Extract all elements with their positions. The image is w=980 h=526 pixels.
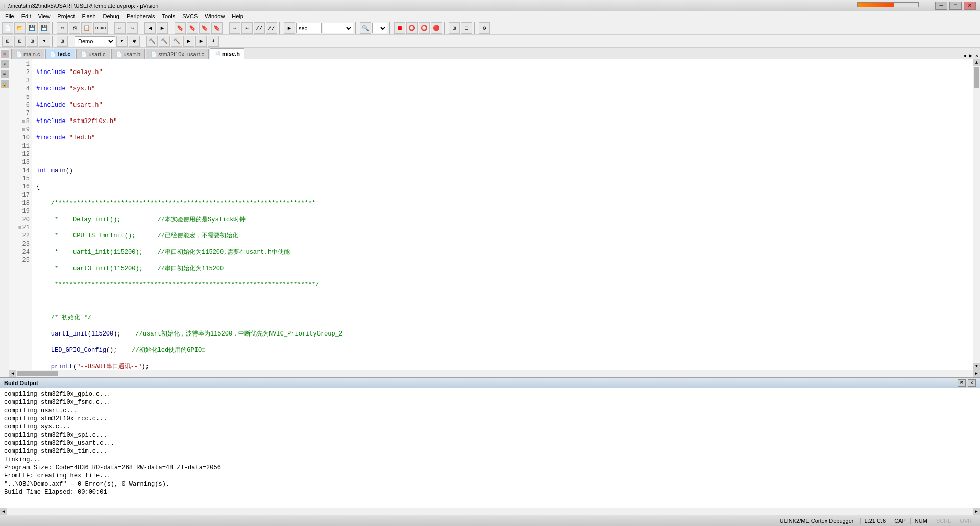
sidebar-x-icon[interactable]: ✕: [1, 50, 9, 58]
menu-debug[interactable]: Debug: [100, 13, 122, 20]
tab-misc-h[interactable]: 📄 misc.h: [210, 48, 244, 59]
tab-close-btn[interactable]: ✕: [974, 53, 980, 59]
tab-usart-c-label: usart.c: [88, 51, 105, 57]
t2-build5-btn[interactable]: ▶: [195, 36, 207, 47]
status-ovr: OVR: [955, 518, 976, 524]
title-buttons[interactable]: ─ □ ✕: [935, 2, 976, 10]
time-unit-combo[interactable]: [323, 23, 353, 33]
fold-21-icon[interactable]: ⊟: [18, 224, 21, 232]
stop-btn[interactable]: ⏹: [394, 22, 405, 34]
display2-btn[interactable]: ⊟: [461, 22, 472, 34]
bookmark2-btn[interactable]: 🔖: [187, 22, 198, 34]
code-content[interactable]: #include "delay.h" #include "sys.h" #inc…: [32, 59, 973, 370]
menu-view[interactable]: View: [35, 13, 54, 20]
build-hscroll-right[interactable]: ▶: [973, 508, 980, 515]
t2-dropdown-btn[interactable]: ▼: [116, 36, 128, 47]
scroll-thumb[interactable]: [974, 67, 979, 88]
circle3-btn[interactable]: 🔴: [431, 22, 442, 34]
tab-usart-h[interactable]: 📄 usart.h: [111, 49, 145, 59]
menu-file[interactable]: File: [2, 13, 17, 20]
hscroll-right-btn[interactable]: ▶: [973, 370, 980, 377]
debug1-btn[interactable]: 🔍: [360, 22, 371, 34]
t2-btn2[interactable]: ⊞: [14, 36, 26, 47]
fold-8-icon[interactable]: ⊟: [22, 117, 24, 126]
menu-window[interactable]: Window: [202, 13, 228, 20]
build-content[interactable]: compiling stm32f10x_gpio.c... compiling …: [0, 388, 980, 508]
t2-btn4[interactable]: ▼: [39, 36, 50, 47]
load-btn[interactable]: LOAD: [93, 22, 108, 34]
sidebar-chevron-left-icon[interactable]: ◂: [1, 60, 9, 68]
close-button[interactable]: ✕: [964, 2, 976, 10]
tab-led-c[interactable]: 📄 led.c: [45, 49, 75, 59]
menu-help[interactable]: Help: [229, 13, 247, 20]
t2-btn3[interactable]: ⊞: [27, 36, 38, 47]
copy-btn[interactable]: ⎘: [69, 22, 80, 34]
editor-hscroll[interactable]: ◀ ▶: [9, 370, 980, 377]
new-file-btn[interactable]: 📄: [2, 22, 13, 34]
build-close-btn[interactable]: ✕: [968, 379, 976, 387]
redo-btn[interactable]: ↪: [127, 22, 138, 34]
t2-build3-btn[interactable]: 🔨: [171, 36, 182, 47]
nav-fwd-btn[interactable]: ▶: [157, 22, 168, 34]
t2-magic-btn[interactable]: ✱: [129, 36, 140, 47]
t2-build4-btn[interactable]: ▶: [183, 36, 194, 47]
tab-main-c[interactable]: 📄 main.c: [11, 49, 44, 59]
cut-btn[interactable]: ✂: [57, 22, 68, 34]
tab-usart-c[interactable]: 📄 usart.c: [76, 49, 110, 59]
unindent-btn[interactable]: ⇤: [241, 22, 253, 34]
t2-download-btn[interactable]: ⬇: [208, 36, 219, 47]
save-all-btn[interactable]: 💾: [39, 22, 50, 34]
project-combo[interactable]: Demo: [75, 36, 115, 46]
tab-scroll-right-btn[interactable]: ▶: [968, 53, 974, 59]
indent-btn[interactable]: ⇥: [229, 22, 240, 34]
display1-btn[interactable]: ⊞: [449, 22, 460, 34]
nav-back-btn[interactable]: ◀: [144, 22, 156, 34]
tab-main-c-icon: 📄: [16, 51, 22, 57]
hscroll-left-btn[interactable]: ◀: [9, 370, 16, 377]
hscroll-thumb[interactable]: [17, 371, 58, 376]
undo-btn[interactable]: ↩: [114, 22, 126, 34]
tab-stm32-c[interactable]: 📄 stm32f10x_usart.c: [146, 49, 209, 59]
menu-svcs[interactable]: SVCS: [179, 13, 201, 20]
sep8: [389, 22, 392, 34]
comment-btn[interactable]: //: [254, 22, 265, 34]
t2-build2-btn[interactable]: 🔨: [159, 36, 170, 47]
bookmark-btn[interactable]: 🔖: [175, 22, 186, 34]
menu-tools[interactable]: Tools: [159, 13, 179, 20]
settings-btn[interactable]: ⚙: [479, 22, 490, 34]
t2-btn1[interactable]: ⊞: [2, 36, 13, 47]
circle1-btn[interactable]: ⭕: [406, 22, 418, 34]
t2-btn5[interactable]: ⊞: [57, 36, 68, 47]
maximize-button[interactable]: □: [949, 2, 962, 10]
sidebar-bracket-icon[interactable]: ≡: [1, 70, 9, 78]
menu-edit[interactable]: Edit: [18, 13, 34, 20]
menu-peripherals[interactable]: Peripherals: [124, 13, 158, 20]
open-btn[interactable]: 📂: [14, 22, 26, 34]
menu-flash[interactable]: Flash: [79, 13, 99, 20]
fold-9-icon[interactable]: ⊟: [22, 126, 24, 134]
minimize-button[interactable]: ─: [935, 2, 947, 10]
run-btn[interactable]: ▶: [284, 22, 295, 34]
build-hscroll[interactable]: ◀ ▶: [0, 508, 980, 515]
sec-input[interactable]: [296, 23, 322, 33]
debug-combo[interactable]: [372, 23, 387, 33]
sep10: [474, 22, 477, 34]
line-10: 10: [9, 134, 32, 142]
build-line-6: compiling stm32f10x_spi.c...: [4, 431, 976, 439]
build-line-12: "..\OBJ\Demo.axf" - 0 Error(s), 0 Warnin…: [4, 480, 976, 488]
menu-project[interactable]: Project: [54, 13, 78, 20]
build-hscroll-left[interactable]: ◀: [0, 508, 7, 515]
build-float-btn[interactable]: ⊡: [958, 379, 966, 387]
tab-scroll-left-btn[interactable]: ◀: [962, 53, 968, 59]
scroll-down-btn[interactable]: ▼: [973, 363, 980, 370]
sidebar-lock-icon[interactable]: 🔒: [1, 80, 9, 88]
save-btn[interactable]: 💾: [27, 22, 38, 34]
paste-btn[interactable]: 📋: [81, 22, 92, 34]
bookmark4-btn[interactable]: 🔖: [211, 22, 223, 34]
editor-vscroll[interactable]: ▲ ▼: [973, 59, 980, 370]
uncomment-btn[interactable]: //: [266, 22, 277, 34]
bookmark3-btn[interactable]: 🔖: [199, 22, 210, 34]
scroll-up-btn[interactable]: ▲: [973, 59, 980, 66]
circle2-btn[interactable]: ⭕: [419, 22, 430, 34]
t2-build1-btn[interactable]: 🔨: [146, 36, 158, 47]
